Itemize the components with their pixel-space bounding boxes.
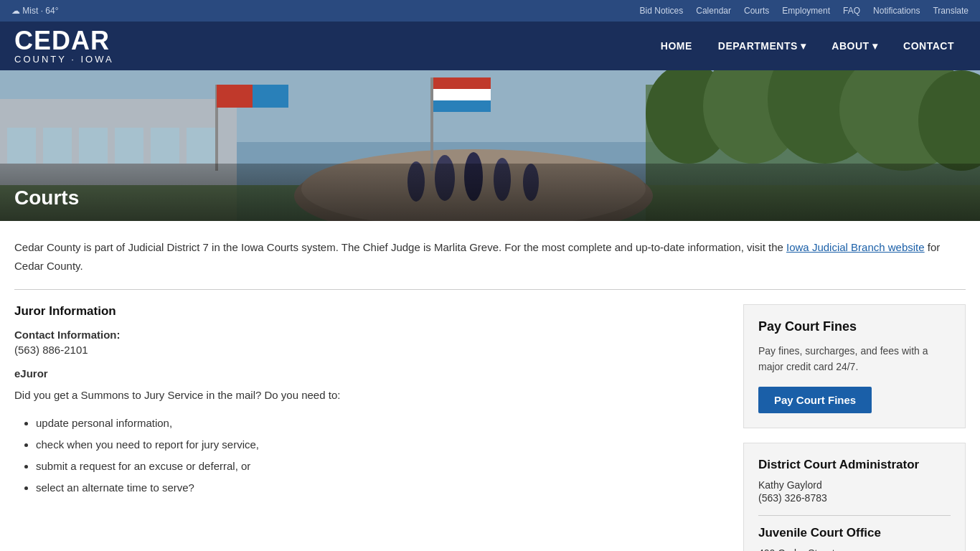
contact-phone-number: (563) 886-2101 bbox=[14, 344, 722, 356]
content-wrapper: Cedar County is part of Judicial Distric… bbox=[0, 221, 980, 551]
nav-about[interactable]: ABOUT ▾ bbox=[820, 34, 889, 57]
list-item: submit a request for an excuse or deferr… bbox=[36, 456, 722, 477]
ejuror-description: Did you get a Summons to Jury Service in… bbox=[14, 387, 722, 404]
jury-options-list: update personal information, check when … bbox=[14, 413, 722, 499]
page-title: Courts bbox=[14, 187, 79, 209]
iowa-judicial-link[interactable]: Iowa Judicial Branch website bbox=[786, 241, 925, 253]
logo-main-text: CEDAR bbox=[14, 28, 114, 54]
pay-court-fines-card: Pay Court Fines Pay fines, surcharges, a… bbox=[743, 304, 966, 428]
list-item: select an alternate time to serve? bbox=[36, 477, 722, 499]
utility-nav-translate[interactable]: Translate bbox=[933, 6, 969, 16]
section-divider bbox=[14, 289, 966, 290]
sidebar-column: Pay Court Fines Pay fines, surcharges, a… bbox=[743, 304, 966, 551]
pay-court-fines-button[interactable]: Pay Court Fines bbox=[758, 387, 872, 413]
intro-paragraph: Cedar County is part of Judicial Distric… bbox=[14, 238, 966, 275]
list-item: check when you need to report for jury s… bbox=[36, 434, 722, 456]
logo-sub-text: COUNTY · IOWA bbox=[14, 54, 114, 65]
svg-rect-19 bbox=[217, 85, 253, 108]
main-header: CEDAR COUNTY · IOWA HOME DEPARTMENTS ▾ A… bbox=[0, 22, 980, 70]
utility-nav-calendar[interactable]: Calendar bbox=[696, 6, 731, 16]
svg-rect-25 bbox=[433, 100, 491, 112]
nav-contact[interactable]: CONTACT bbox=[892, 34, 966, 57]
chevron-down-icon: ▾ bbox=[801, 40, 806, 52]
sidebar-divider bbox=[758, 515, 951, 516]
weather-text: ☁ Mist · 64° bbox=[11, 6, 58, 16]
pay-fines-description: Pay fines, surcharges, and fees with a m… bbox=[758, 343, 951, 375]
utility-nav-bid-notices[interactable]: Bid Notices bbox=[640, 6, 684, 16]
svg-rect-10 bbox=[43, 128, 72, 164]
pay-fines-title: Pay Court Fines bbox=[758, 319, 951, 334]
svg-rect-23 bbox=[433, 77, 491, 89]
utility-nav: Bid Notices Calendar Courts Employment F… bbox=[640, 6, 969, 16]
svg-rect-13 bbox=[151, 128, 179, 164]
weather-widget: ☁ Mist · 64° bbox=[11, 6, 58, 16]
district-admin-phone: (563) 326-8783 bbox=[758, 492, 951, 504]
district-admin-title: District Court Administrator bbox=[758, 458, 951, 472]
juvenile-court-title: Juvenile Court Office bbox=[758, 526, 951, 540]
nav-home[interactable]: HOME bbox=[649, 34, 704, 57]
main-content-column: Juror Information Contact Information: (… bbox=[14, 304, 722, 499]
utility-nav-faq[interactable]: FAQ bbox=[843, 6, 860, 16]
chevron-down-icon-about: ▾ bbox=[872, 40, 878, 52]
nav-departments[interactable]: DEPARTMENTS ▾ bbox=[707, 34, 818, 57]
svg-rect-21 bbox=[430, 77, 433, 171]
two-column-layout: Juror Information Contact Information: (… bbox=[14, 304, 966, 551]
site-logo[interactable]: CEDAR COUNTY · IOWA bbox=[14, 28, 114, 65]
svg-rect-9 bbox=[7, 128, 36, 164]
hero-banner: Courts bbox=[0, 70, 980, 221]
svg-rect-11 bbox=[79, 128, 108, 164]
svg-rect-12 bbox=[115, 128, 143, 164]
contact-info-label: Contact Information: bbox=[14, 329, 722, 341]
intro-text-before: Cedar County is part of Judicial Distric… bbox=[14, 241, 783, 253]
svg-rect-20 bbox=[253, 85, 288, 108]
juvenile-court-address: 400 Cedar Street bbox=[758, 547, 951, 551]
utility-bar: ☁ Mist · 64° Bid Notices Calendar Courts… bbox=[0, 0, 980, 22]
district-admin-name: Kathy Gaylord bbox=[758, 479, 951, 491]
utility-nav-courts[interactable]: Courts bbox=[744, 6, 769, 16]
svg-rect-24 bbox=[433, 89, 491, 100]
district-admin-card: District Court Administrator Kathy Gaylo… bbox=[743, 443, 966, 551]
utility-nav-notifications[interactable]: Notifications bbox=[873, 6, 920, 16]
main-nav: HOME DEPARTMENTS ▾ ABOUT ▾ CONTACT bbox=[649, 34, 966, 57]
svg-rect-14 bbox=[187, 128, 215, 164]
list-item: update personal information, bbox=[36, 413, 722, 434]
hero-gradient-overlay bbox=[0, 164, 980, 221]
juror-info-heading: Juror Information bbox=[14, 304, 722, 319]
utility-nav-employment[interactable]: Employment bbox=[782, 6, 830, 16]
ejuror-heading: eJuror bbox=[14, 367, 722, 380]
